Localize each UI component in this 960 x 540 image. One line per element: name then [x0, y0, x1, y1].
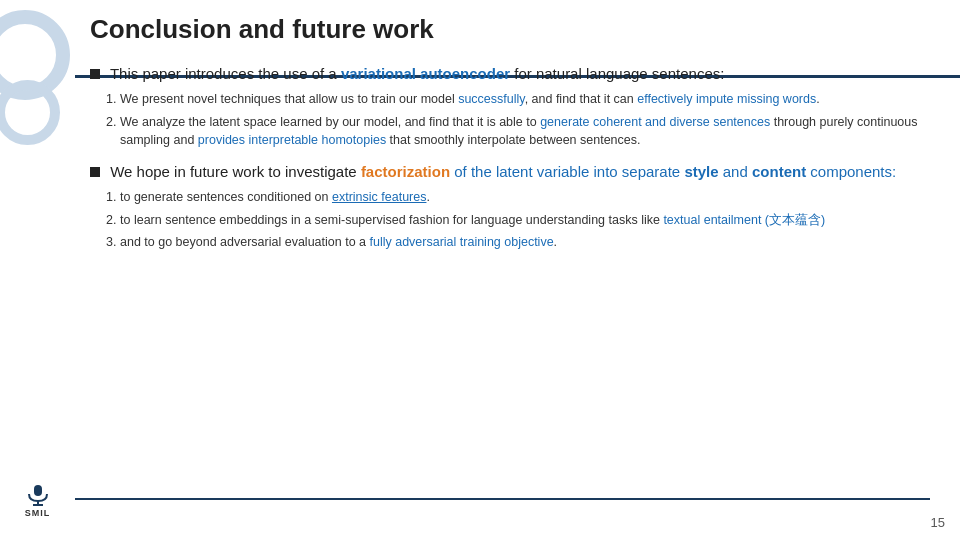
left-decoration [0, 0, 75, 540]
highlight-extrinsic: extrinsic features [332, 190, 426, 204]
highlight-homotopies: provides interpretable homotopies [198, 133, 386, 147]
deco-circle-medium [0, 80, 60, 145]
smil-logo: SMIL [10, 477, 65, 522]
list-item: We present novel techniques that allow u… [120, 90, 930, 108]
bullet-square-1 [90, 69, 100, 79]
section1: This paper introduces the use of a varia… [90, 63, 930, 149]
section2-bullet: We hope in future work to investigate fa… [90, 161, 930, 182]
slide-title: Conclusion and future work [90, 8, 930, 45]
smil-text: SMIL [25, 508, 51, 518]
section1-list: We present novel techniques that allow u… [120, 90, 930, 149]
highlight-successfully: successfully [458, 92, 524, 106]
highlight-content: content [752, 163, 806, 180]
highlight-components: components: [810, 163, 896, 180]
list-item: We analyze the latent space learned by o… [120, 113, 930, 149]
highlight-textual: textual entailment (文本蕴含) [663, 213, 825, 227]
bullet-square-2 [90, 167, 100, 177]
highlight-latent: of the latent variable into separate [454, 163, 680, 180]
highlight-style: style [684, 163, 718, 180]
highlight-coherent: generate coherent and diverse sentences [540, 115, 770, 129]
list-item: to learn sentence embeddings in a semi-s… [120, 211, 930, 229]
highlight-impute: effectively impute missing words [637, 92, 816, 106]
smil-icon [23, 481, 53, 506]
highlight-adversarial: fully adversarial training objective [369, 235, 553, 249]
highlight-and: and [723, 163, 748, 180]
content-area: This paper introduces the use of a varia… [90, 63, 930, 251]
section1-bullet: This paper introduces the use of a varia… [90, 63, 930, 84]
svg-rect-0 [34, 485, 42, 496]
list-item: to generate sentences conditioned on ext… [120, 188, 930, 206]
section2: We hope in future work to investigate fa… [90, 161, 930, 250]
main-content: Conclusion and future work This paper in… [75, 0, 950, 540]
highlight-variational: variational autoencoder [341, 65, 510, 82]
section2-list: to generate sentences conditioned on ext… [120, 188, 930, 250]
list-item: and to go beyond adversarial evaluation … [120, 233, 930, 251]
highlight-factorization: factorization [361, 163, 450, 180]
